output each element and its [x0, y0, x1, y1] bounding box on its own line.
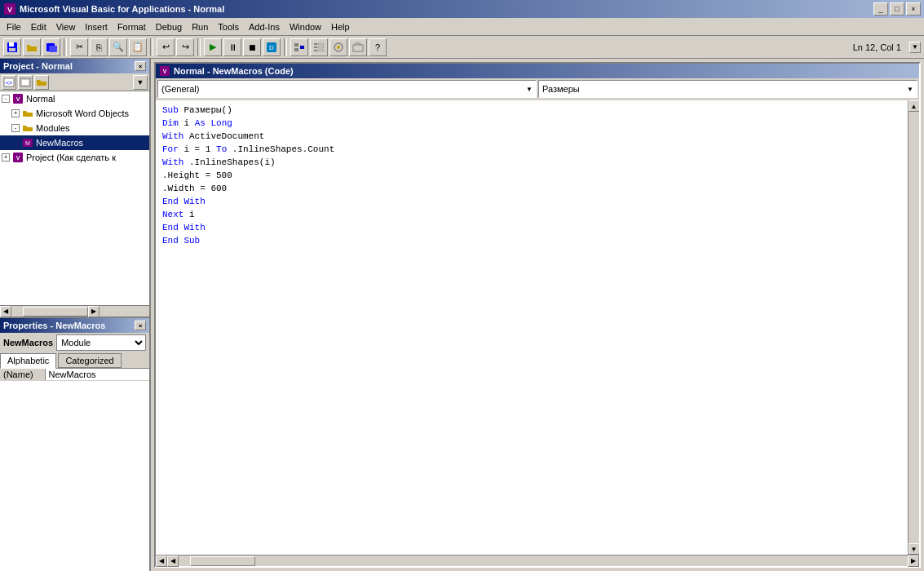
svg-rect-10	[294, 48, 298, 51]
find-button[interactable]: 🔍	[109, 38, 127, 56]
code-scroll-thumb[interactable]	[190, 556, 255, 566]
toggle-folders-button[interactable]	[34, 75, 49, 90]
svg-rect-24	[22, 80, 29, 85]
tree-item-project2[interactable]: + V Project (Как сделать к	[0, 150, 149, 165]
toolbar-sep-1	[64, 38, 67, 56]
svg-text:D: D	[269, 44, 274, 51]
expand-project2[interactable]: +	[2, 153, 10, 162]
code-scrollbar-h: ◀ ◀ ▶	[156, 555, 919, 566]
expand-normal[interactable]: -	[2, 95, 10, 103]
svg-text:M: M	[25, 140, 30, 146]
minimize-button[interactable]: _	[873, 2, 888, 15]
code-editor[interactable]: Sub Размеры() Dim i As Long With ActiveD…	[156, 100, 908, 555]
props-object-label: NewMacros	[3, 338, 53, 347]
cut-button[interactable]: ✂	[70, 38, 88, 56]
props-tabs: Alphabetic Categorized	[0, 353, 149, 369]
code-window-title: V Normal - NewMacros (Code)	[156, 64, 919, 78]
tree-label-word-objects: Microsoft Word Objects	[36, 108, 129, 118]
folder-icon-modules	[21, 122, 34, 135]
svg-point-19	[337, 46, 340, 49]
project-panel-header: Project - Normal ×	[0, 59, 149, 73]
undo-button[interactable]: ↩	[157, 38, 175, 56]
tree-label-project2: Project (Как сделать к	[26, 153, 116, 162]
svg-rect-6	[49, 46, 57, 52]
tree-label-normal: Normal	[26, 94, 55, 104]
save-all-button[interactable]	[42, 38, 60, 56]
close-button[interactable]: ×	[906, 2, 921, 15]
run-button[interactable]: ▶	[204, 38, 222, 56]
paste-button[interactable]: 📋	[129, 38, 147, 56]
menu-debug[interactable]: Debug	[151, 20, 187, 33]
tree-item-normal[interactable]: - V Normal	[0, 91, 149, 106]
open-button[interactable]	[23, 38, 41, 56]
project-panel-title: Project - Normal	[3, 61, 73, 71]
menu-insert[interactable]: Insert	[80, 20, 113, 33]
tree-item-modules[interactable]: - Modules	[0, 121, 149, 135]
scroll-left-btn[interactable]: ◀	[0, 306, 11, 317]
title-bar: V Microsoft Visual Basic for Application…	[0, 0, 924, 18]
menu-edit[interactable]: Edit	[26, 20, 51, 33]
expand-modules[interactable]: -	[11, 124, 20, 132]
svg-text:V: V	[16, 155, 20, 161]
menu-format[interactable]: Format	[113, 20, 151, 33]
props-value-cell[interactable]: NewMacros	[45, 369, 149, 381]
project-scroll-button[interactable]: ▼	[133, 75, 148, 90]
project-explorer-button[interactable]	[290, 38, 308, 56]
help-button[interactable]: ?	[369, 38, 387, 56]
code-scroll-right-special[interactable]: ◀	[167, 556, 179, 567]
reset-button[interactable]: ⏹	[243, 38, 261, 56]
project-panel-close[interactable]: ×	[135, 61, 146, 71]
redo-button[interactable]: ↪	[176, 38, 194, 56]
dropdown-sub-arrow: ▼	[907, 86, 913, 93]
props-type-select[interactable]: Module	[56, 334, 146, 351]
save-button[interactable]	[3, 38, 21, 56]
menu-file[interactable]: File	[2, 20, 26, 33]
svg-rect-9	[294, 43, 298, 46]
project-panel: Project - Normal × <> ▼	[0, 59, 149, 318]
view-object-button[interactable]	[18, 75, 33, 90]
tree-item-word-objects[interactable]: + Microsoft Word Objects	[0, 106, 149, 121]
code-window-icon: V	[159, 65, 170, 77]
svg-rect-17	[318, 50, 324, 51]
code-dropdown-general[interactable]: (General) ▼	[157, 80, 537, 98]
dropdown-general-arrow: ▼	[526, 86, 533, 93]
main-layout: Project - Normal × <> ▼	[0, 59, 924, 571]
props-tab-categorized[interactable]: Categorized	[58, 353, 121, 368]
code-scroll-left[interactable]: ◀	[156, 556, 167, 567]
svg-rect-11	[300, 46, 304, 49]
code-scroll-right[interactable]: ▶	[908, 556, 919, 567]
props-tab-alphabetic[interactable]: Alphabetic	[0, 353, 56, 369]
menu-tools[interactable]: Tools	[213, 20, 244, 33]
tree-label-newmacros: NewMacros	[36, 138, 83, 148]
expand-word-objects[interactable]: +	[11, 109, 20, 117]
properties-button[interactable]	[310, 38, 328, 56]
menu-view[interactable]: View	[51, 20, 81, 33]
design-mode-button[interactable]: D	[263, 38, 281, 56]
properties-panel: Properties - NewMacros × NewMacros Modul…	[0, 318, 149, 571]
scroll-up-btn[interactable]: ▲	[909, 100, 920, 112]
copy-button[interactable]: ⎘	[90, 38, 108, 56]
object-browser-button[interactable]	[329, 38, 347, 56]
menu-window[interactable]: Window	[285, 20, 326, 33]
code-dropdowns: (General) ▼ Размеры ▼	[156, 78, 919, 100]
toolbar-scroll[interactable]: ▼	[909, 42, 921, 53]
toolbar-status: Ln 12, Col 1	[853, 42, 908, 52]
vba-app-icon: V	[3, 2, 16, 15]
svg-rect-4	[9, 48, 15, 51]
menu-help[interactable]: Help	[326, 20, 355, 33]
break-button[interactable]: ⏸	[223, 38, 241, 56]
svg-rect-15	[318, 46, 324, 48]
scroll-right-btn[interactable]: ▶	[88, 306, 99, 317]
svg-rect-16	[314, 50, 317, 51]
project-tree: - V Normal + Microsoft Word Objects	[0, 91, 149, 305]
properties-panel-close[interactable]: ×	[135, 321, 146, 330]
view-code-button[interactable]: <>	[2, 75, 16, 90]
scroll-down-btn[interactable]: ▼	[909, 543, 920, 555]
menu-addins[interactable]: Add-Ins	[244, 20, 285, 33]
tree-item-newmacros[interactable]: M NewMacros	[0, 135, 149, 150]
maximize-button[interactable]: □	[890, 2, 904, 15]
toolbox-button[interactable]	[349, 38, 367, 56]
code-dropdown-sub[interactable]: Размеры ▼	[538, 80, 917, 98]
menu-run[interactable]: Run	[187, 20, 213, 33]
scroll-thumb-h[interactable]	[23, 307, 88, 316]
